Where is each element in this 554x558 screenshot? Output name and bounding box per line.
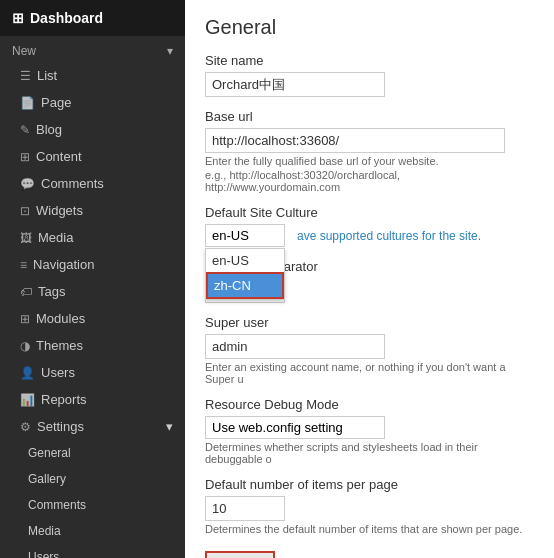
themes-icon: ◑ [20,339,30,353]
sidebar-item-comments-sub[interactable]: Comments [0,492,185,518]
superuser-group: Super user Enter an existing account nam… [205,315,534,385]
save-button[interactable]: Save [205,551,275,558]
new-label: New [12,44,36,58]
debug-hint: Determines whether scripts and styleshee… [205,441,534,465]
dashboard-header[interactable]: ⊞ Dashboard [0,0,185,36]
culture-link[interactable]: ave supported cultures for the site. [297,229,481,243]
page-title: General [205,16,534,39]
save-group: Save [205,547,534,558]
items-per-page-hint: Determines the default number of items t… [205,523,534,535]
new-section: New ▾ [0,36,185,62]
debug-group: Resource Debug Mode Use web.config setti… [205,397,534,465]
sidebar-item-label: Themes [36,338,83,353]
site-name-label: Site name [205,53,534,68]
sidebar-item-label: Settings [37,419,84,434]
sidebar-item-label: Tags [38,284,65,299]
dashboard-icon: ⊞ [12,10,24,26]
culture-select[interactable]: en-US zh-CN [205,224,285,247]
sidebar-item-navigation[interactable]: ≡ Navigation [0,251,185,278]
sidebar-item-label: Reports [41,392,87,407]
sidebar-item-content[interactable]: ⊞ Content [0,143,185,170]
sidebar-item-page[interactable]: 📄 Page [0,89,185,116]
main-content: General Site name Base url Enter the ful… [185,0,554,558]
culture-option-zhcn[interactable]: zh-CN [206,272,284,299]
reports-icon: 📊 [20,393,35,407]
superuser-hint: Enter an existing account name, or nothi… [205,361,534,385]
base-url-hint: Enter the fully qualified base url of yo… [205,155,534,167]
list-icon: ☰ [20,69,31,83]
items-per-page-label: Default number of items per page [205,477,534,492]
sidebar-item-media[interactable]: 🖼 Media [0,224,185,251]
widgets-icon: ⊡ [20,204,30,218]
superuser-input[interactable] [205,334,385,359]
sidebar-item-general[interactable]: General [0,440,185,466]
items-per-page-group: Default number of items per page Determi… [205,477,534,535]
debug-select[interactable]: Use web.config setting [205,416,385,439]
comments-icon: 💬 [20,177,35,191]
general-label: General [28,446,71,460]
sidebar-item-themes[interactable]: ◑ Themes [0,332,185,359]
sidebar-item-users-sub[interactable]: Users [0,544,185,558]
sidebar-item-label: Media [38,230,73,245]
base-url-hint2: e.g., http://localhost:30320/orchardloca… [205,169,534,193]
blog-icon: ✎ [20,123,30,137]
culture-dropdown-wrapper: en-US zh-CN en-US zh-CN [205,224,285,247]
sidebar-item-label: Page [41,95,71,110]
culture-option-enus[interactable]: en-US [206,249,284,272]
content-icon: ⊞ [20,150,30,164]
page-icon: 📄 [20,96,35,110]
site-name-group: Site name [205,53,534,97]
base-url-label: Base url [205,109,534,124]
gallery-label: Gallery [28,472,66,486]
site-name-input[interactable] [205,72,385,97]
tags-icon: 🏷 [20,285,32,299]
modules-icon: ⊞ [20,312,30,326]
media-icon: 🖼 [20,231,32,245]
sidebar-item-blog[interactable]: ✎ Blog [0,116,185,143]
culture-group: Default Site Culture en-US zh-CN en-US z… [205,205,534,247]
sidebar-item-label: Blog [36,122,62,137]
sidebar-item-label: Users [41,365,75,380]
sidebar-item-tags[interactable]: 🏷 Tags [0,278,185,305]
sidebar-item-label: Comments [41,176,104,191]
sidebar-item-media-sub[interactable]: Media [0,518,185,544]
sidebar-item-label: Navigation [33,257,94,272]
dashboard-label: Dashboard [30,10,103,26]
sidebar-item-settings[interactable]: ⚙ Settings ▾ [0,413,185,440]
items-per-page-input[interactable] [205,496,285,521]
base-url-group: Base url Enter the fully qualified base … [205,109,534,193]
settings-icon: ⚙ [20,420,31,434]
sidebar-item-label: Content [36,149,82,164]
sidebar-item-reports[interactable]: 📊 Reports [0,386,185,413]
debug-label: Resource Debug Mode [205,397,534,412]
sidebar-item-users[interactable]: 👤 Users [0,359,185,386]
sidebar-item-label: Modules [36,311,85,326]
chevron-down-icon: ▾ [166,419,173,434]
sidebar-item-gallery[interactable]: Gallery [0,466,185,492]
chevron-down-icon: ▾ [167,44,173,58]
users-sub-label: Users [28,550,59,558]
sidebar-item-widgets[interactable]: ⊡ Widgets [0,197,185,224]
superuser-label: Super user [205,315,534,330]
users-icon: 👤 [20,366,35,380]
sidebar-item-comments[interactable]: 💬 Comments [0,170,185,197]
sidebar: ⊞ Dashboard New ▾ ☰ List 📄 Page ✎ Blog ⊞… [0,0,185,558]
sidebar-item-list[interactable]: ☰ List [0,62,185,89]
navigation-icon: ≡ [20,258,27,272]
base-url-input[interactable] [205,128,505,153]
sidebar-item-label: Widgets [36,203,83,218]
media-sub-label: Media [28,524,61,538]
culture-dropdown-open: en-US zh-CN [205,248,285,300]
comments-sub-label: Comments [28,498,86,512]
sidebar-item-modules[interactable]: ⊞ Modules [0,305,185,332]
sidebar-item-label: List [37,68,57,83]
culture-label: Default Site Culture [205,205,534,220]
